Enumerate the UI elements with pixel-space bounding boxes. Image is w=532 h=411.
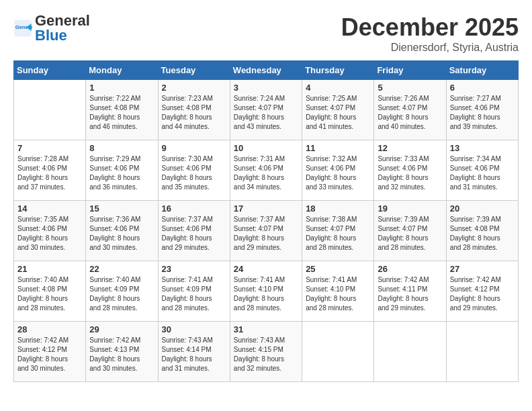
location: Dienersdorf, Styria, Austria [341,42,519,54]
day-number: 14 [17,203,82,214]
calendar-cell: 12Sunrise: 7:33 AM Sunset: 4:06 PM Dayli… [374,140,446,201]
weekday-header: Saturday [446,61,518,80]
calendar-cell: 29Sunrise: 7:42 AM Sunset: 4:13 PM Dayli… [86,322,158,382]
day-info: Sunrise: 7:27 AM Sunset: 4:06 PM Dayligh… [450,94,515,132]
calendar-cell: 1Sunrise: 7:22 AM Sunset: 4:08 PM Daylig… [86,80,158,140]
calendar-cell: 8Sunrise: 7:29 AM Sunset: 4:06 PM Daylig… [86,140,158,201]
calendar-cell: 11Sunrise: 7:32 AM Sunset: 4:06 PM Dayli… [302,140,374,201]
day-info: Sunrise: 7:28 AM Sunset: 4:06 PM Dayligh… [17,154,82,192]
weekday-header-row: SundayMondayTuesdayWednesdayThursdayFrid… [14,61,519,80]
day-info: Sunrise: 7:26 AM Sunset: 4:07 PM Dayligh… [378,94,442,132]
day-info: Sunrise: 7:42 AM Sunset: 4:12 PM Dayligh… [17,336,82,373]
calendar-table: SundayMondayTuesdayWednesdayThursdayFrid… [13,60,519,382]
day-number: 9 [162,143,226,153]
calendar-cell: 27Sunrise: 7:42 AM Sunset: 4:12 PM Dayli… [446,261,518,322]
weekday-header: Thursday [302,61,374,80]
day-info: Sunrise: 7:31 AM Sunset: 4:06 PM Dayligh… [234,154,298,192]
calendar-cell: 13Sunrise: 7:34 AM Sunset: 4:06 PM Dayli… [446,140,518,201]
weekday-header: Wednesday [230,61,302,80]
calendar-week-row: 28Sunrise: 7:42 AM Sunset: 4:12 PM Dayli… [14,322,519,382]
calendar-cell [374,322,446,382]
calendar-cell: 16Sunrise: 7:37 AM Sunset: 4:06 PM Dayli… [158,201,230,261]
day-info: Sunrise: 7:41 AM Sunset: 4:10 PM Dayligh… [306,275,370,313]
day-number: 8 [89,143,154,153]
day-number: 26 [378,264,442,274]
weekday-header: Monday [86,61,158,80]
calendar-cell [14,80,86,140]
calendar-cell: 15Sunrise: 7:36 AM Sunset: 4:06 PM Dayli… [86,201,158,261]
calendar-cell: 4Sunrise: 7:25 AM Sunset: 4:07 PM Daylig… [302,80,374,140]
logo-icon: General [13,19,32,38]
day-info: Sunrise: 7:43 AM Sunset: 4:14 PM Dayligh… [162,336,226,373]
calendar-cell: 24Sunrise: 7:41 AM Sunset: 4:10 PM Dayli… [230,261,302,322]
day-info: Sunrise: 7:41 AM Sunset: 4:09 PM Dayligh… [162,275,226,313]
day-info: Sunrise: 7:24 AM Sunset: 4:07 PM Dayligh… [234,94,298,132]
day-number: 25 [306,264,370,274]
day-info: Sunrise: 7:22 AM Sunset: 4:08 PM Dayligh… [89,94,154,132]
calendar-week-row: 21Sunrise: 7:40 AM Sunset: 4:08 PM Dayli… [14,261,519,322]
day-number: 16 [162,203,226,214]
day-info: Sunrise: 7:23 AM Sunset: 4:08 PM Dayligh… [162,94,226,132]
calendar-week-row: 7Sunrise: 7:28 AM Sunset: 4:06 PM Daylig… [14,140,519,201]
day-number: 28 [17,324,82,334]
day-number: 29 [89,324,154,334]
day-number: 4 [306,83,370,93]
title-block: December 2025 Dienersdorf, Styria, Austr… [341,13,519,54]
day-number: 23 [162,264,226,274]
day-info: Sunrise: 7:39 AM Sunset: 4:08 PM Dayligh… [450,215,515,253]
calendar-cell: 21Sunrise: 7:40 AM Sunset: 4:08 PM Dayli… [14,261,86,322]
calendar-cell: 31Sunrise: 7:43 AM Sunset: 4:15 PM Dayli… [230,322,302,382]
day-info: Sunrise: 7:35 AM Sunset: 4:06 PM Dayligh… [17,215,82,253]
calendar-cell: 10Sunrise: 7:31 AM Sunset: 4:06 PM Dayli… [230,140,302,201]
calendar-cell: 19Sunrise: 7:39 AM Sunset: 4:07 PM Dayli… [374,201,446,261]
day-number: 20 [450,203,515,214]
calendar-cell: 26Sunrise: 7:42 AM Sunset: 4:11 PM Dayli… [374,261,446,322]
day-number: 17 [234,203,298,214]
day-number: 2 [162,83,226,93]
day-number: 13 [450,143,515,153]
day-info: Sunrise: 7:30 AM Sunset: 4:06 PM Dayligh… [162,154,226,192]
day-info: Sunrise: 7:34 AM Sunset: 4:06 PM Dayligh… [450,154,515,192]
calendar-header: SundayMondayTuesdayWednesdayThursdayFrid… [14,61,519,80]
calendar-cell: 25Sunrise: 7:41 AM Sunset: 4:10 PM Dayli… [302,261,374,322]
calendar-week-row: 14Sunrise: 7:35 AM Sunset: 4:06 PM Dayli… [14,201,519,261]
calendar-cell: 18Sunrise: 7:38 AM Sunset: 4:07 PM Dayli… [302,201,374,261]
day-number: 22 [89,264,154,274]
day-info: Sunrise: 7:40 AM Sunset: 4:09 PM Dayligh… [89,275,154,313]
page-header: General General Blue December 2025 Diene… [13,13,519,54]
calendar-week-row: 1Sunrise: 7:22 AM Sunset: 4:08 PM Daylig… [14,80,519,140]
day-info: Sunrise: 7:42 AM Sunset: 4:11 PM Dayligh… [378,275,442,313]
day-number: 21 [17,264,82,274]
day-number: 19 [378,203,442,214]
day-number: 10 [234,143,298,153]
day-info: Sunrise: 7:40 AM Sunset: 4:08 PM Dayligh… [17,275,82,313]
day-info: Sunrise: 7:38 AM Sunset: 4:07 PM Dayligh… [306,215,370,253]
calendar-body: 1Sunrise: 7:22 AM Sunset: 4:08 PM Daylig… [14,80,519,382]
logo: General General Blue [13,13,90,43]
calendar-cell: 6Sunrise: 7:27 AM Sunset: 4:06 PM Daylig… [446,80,518,140]
day-info: Sunrise: 7:42 AM Sunset: 4:13 PM Dayligh… [89,336,154,373]
day-info: Sunrise: 7:37 AM Sunset: 4:06 PM Dayligh… [162,215,226,253]
month-title: December 2025 [341,13,519,42]
day-number: 11 [306,143,370,153]
day-number: 24 [234,264,298,274]
calendar-cell: 17Sunrise: 7:37 AM Sunset: 4:07 PM Dayli… [230,201,302,261]
day-number: 15 [89,203,154,214]
calendar-cell: 30Sunrise: 7:43 AM Sunset: 4:14 PM Dayli… [158,322,230,382]
calendar-cell: 7Sunrise: 7:28 AM Sunset: 4:06 PM Daylig… [14,140,86,201]
calendar-cell [302,322,374,382]
day-number: 3 [234,83,298,93]
weekday-header: Tuesday [158,61,230,80]
calendar-cell: 3Sunrise: 7:24 AM Sunset: 4:07 PM Daylig… [230,80,302,140]
day-number: 31 [234,324,298,334]
weekday-header: Friday [374,61,446,80]
day-info: Sunrise: 7:25 AM Sunset: 4:07 PM Dayligh… [306,94,370,132]
day-info: Sunrise: 7:32 AM Sunset: 4:06 PM Dayligh… [306,154,370,192]
day-info: Sunrise: 7:36 AM Sunset: 4:06 PM Dayligh… [89,215,154,253]
day-number: 1 [89,83,154,93]
day-number: 18 [306,203,370,214]
calendar-cell: 5Sunrise: 7:26 AM Sunset: 4:07 PM Daylig… [374,80,446,140]
day-number: 30 [162,324,226,334]
logo-text: General Blue [35,13,90,43]
day-info: Sunrise: 7:29 AM Sunset: 4:06 PM Dayligh… [89,154,154,192]
